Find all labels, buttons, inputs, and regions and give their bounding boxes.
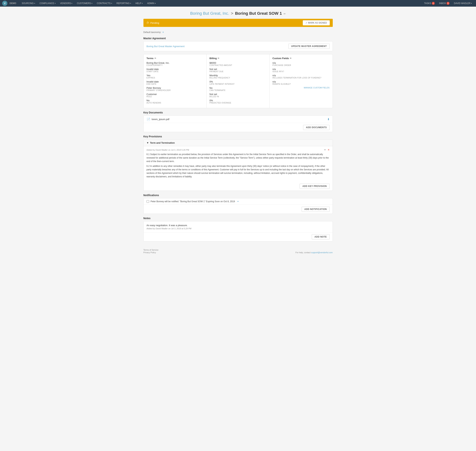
terms-edit-icon[interactable]: ✏ <box>155 57 156 59</box>
billing-panel: Billing ✏ $8000 CONTRACTED AMOUNT Not se… <box>207 54 269 108</box>
notes-footer: ADD NOTE <box>144 232 332 241</box>
notifications-footer: ADD NOTIFICATION <box>144 205 332 214</box>
tasks-badge: 4 <box>432 2 435 5</box>
terms-expires: Yes EXPIRES <box>147 74 203 79</box>
billing-late-payment: 0% LATE PAYMENT INTEREST <box>210 80 266 85</box>
inbox-badge: 0 <box>446 2 450 5</box>
billing-edit-icon[interactable]: ✏ <box>218 57 219 59</box>
nav-item-admin[interactable]: ADMIN ▾ <box>145 0 158 7</box>
notification-text: Peter Bonney will be notified: "Boring B… <box>151 200 235 203</box>
nav-item-reporting[interactable]: REPORTING ▾ <box>115 0 133 7</box>
privacy-policy-link[interactable]: Privacy Policy <box>144 251 158 254</box>
vendors-dropdown-arrow: ▾ <box>71 2 72 4</box>
key-documents-section-title: Key Documents <box>144 111 333 114</box>
provision-delete-button[interactable]: ✕ <box>328 148 330 151</box>
nav-item-compliance[interactable]: COMPLIANCE ▾ <box>38 0 57 7</box>
admin-dropdown-arrow: ▾ <box>155 2 156 4</box>
provision-meta: Added by David Wadler on Jul 3, 2019 5:2… <box>147 148 330 151</box>
add-note-button[interactable]: ADD NOTE <box>312 234 330 239</box>
notification-edit-icon[interactable]: ✏ <box>237 200 239 203</box>
terms-start-date: Invalid date START DATE <box>147 68 203 73</box>
terms-of-service-link[interactable]: Terms of Service <box>144 249 158 251</box>
parent-company-link[interactable]: Boring But Great, Inc. <box>190 11 229 16</box>
taxonomy-add-button[interactable]: + <box>162 31 164 34</box>
customers-dropdown-arrow: ▾ <box>92 2 93 4</box>
page-title-row: Boring But Great, Inc. > Boring But Grea… <box>144 11 333 16</box>
provision-term-termination-header[interactable]: ▼ Term and Termination <box>144 140 332 146</box>
mark-as-signed-button[interactable]: ✓ MARK AS SIGNED <box>303 20 330 25</box>
nav-right: TASKS 4 INBOX 0 DAVID WADLER ▾ <box>422 0 474 7</box>
billing-payment-due: Not set PAYMENT DUE <box>210 68 266 73</box>
inbox-button[interactable]: INBOX 0 <box>437 0 451 7</box>
add-notification-button[interactable]: ADD NOTIFICATION <box>302 207 330 212</box>
manage-custom-fields-link[interactable]: MANAGE CUSTOM FIELDS <box>273 87 330 89</box>
notification-checkbox[interactable] <box>147 200 149 203</box>
terms-billing-custom-panel: Terms ✏ Boring But Great, Inc. COUNTERPA… <box>144 54 333 108</box>
page-content: Boring But Great, Inc. > Boring But Grea… <box>140 7 336 265</box>
update-master-agreement-button[interactable]: UPDATE MASTER AGREEMENT <box>288 44 330 49</box>
master-agreement-section-title: Master Agreement <box>144 37 333 40</box>
help-dropdown-arrow: ▾ <box>142 2 143 4</box>
provision-paragraph-2: 6.2 In addition to any other remedies it… <box>147 164 330 179</box>
footer-links: Terms of Service Privacy Policy <box>144 249 158 254</box>
note-meta: Added by David Wadler on Jul 3, 2019 at … <box>147 227 330 230</box>
terms-primary-stakeholder: Peter Bonney PRIMARY STAKEHOLDER <box>147 87 203 91</box>
notes-box: An easy negotiation. It was a pleasure. … <box>144 221 333 241</box>
provision-edit-button[interactable]: ✏ <box>324 148 326 151</box>
notifications-section-title: Notifications <box>144 194 333 197</box>
provision-paragraph-1: 6.1 Subject to earlier termination as pr… <box>147 153 330 163</box>
nav-item-vendors[interactable]: VENDORS ▾ <box>58 0 74 7</box>
title-edit-icon[interactable]: ✏ <box>284 12 286 15</box>
provision-title: Term and Termination <box>150 141 175 144</box>
tasks-button[interactable]: TASKS 4 <box>422 0 436 7</box>
master-agreement-link[interactable]: Boring But Great Master Agreement <box>147 45 185 48</box>
document-icon: 📄 <box>147 118 150 121</box>
terms-panel: Terms ✏ Boring But Great, Inc. COUNTERPA… <box>144 54 207 108</box>
document-row: 📄 lorem_ipsum.pdf ⬇ <box>144 116 332 123</box>
add-documents-button[interactable]: ADD DOCUMENTS <box>303 125 329 130</box>
note-item: An easy negotiation. It was a pleasure. … <box>144 221 332 232</box>
demo-label: DEMO <box>10 2 16 5</box>
nav-item-sourcing[interactable]: SOURCING ▾ <box>20 0 37 7</box>
notification-item: Peter Bonney will be notified: "Boring B… <box>144 198 332 205</box>
download-icon[interactable]: ⬇ <box>327 118 330 121</box>
logo-icon: V <box>2 1 7 6</box>
cf-termination-funding: n/a INCLUDES TERMINATION FOR LOSS OF FUN… <box>273 74 330 79</box>
nav-item-help[interactable]: HELP ▾ <box>134 0 144 7</box>
notes-section-title: Notes <box>144 217 333 220</box>
sourcing-dropdown-arrow: ▾ <box>34 2 35 4</box>
provision-added-by: Added by David Wadler on Jul 3, 2019 5:2… <box>147 149 189 151</box>
billing-header: Billing ✏ <box>210 57 266 60</box>
contracts-dropdown-arrow: ▾ <box>111 2 112 4</box>
billing-contracted-amount: $8000 CONTRACTED AMOUNT <box>210 62 266 66</box>
user-menu[interactable]: DAVID WADLER ▾ <box>452 0 474 7</box>
cf-purchase-order: n/a PURCHASE ORDER <box>273 62 330 66</box>
clock-icon: ⏱ <box>146 21 149 24</box>
footer-help: For help, contact support@vendorful.com <box>295 251 333 254</box>
add-key-provision-button[interactable]: ADD KEY PROVISION <box>300 184 329 189</box>
custom-fields-header: Custom Fields ✏ <box>273 57 330 60</box>
page-title: Boring But Great SOW 1 <box>235 11 282 16</box>
documents-footer: ADD DOCUMENTS <box>144 123 332 132</box>
note-text: An easy negotiation. It was a pleasure. <box>147 224 330 227</box>
custom-fields-edit-icon[interactable]: ✏ <box>290 57 292 59</box>
terms-counterparty: Boring But Great, Inc. COUNTERPARTY <box>147 62 203 66</box>
terms-end-date: Invalid date END DATE <box>147 80 203 85</box>
nav-item-contracts[interactable]: CONTRACTS ▾ <box>95 0 114 7</box>
notifications-box: Peter Bonney will be notified: "Boring B… <box>144 198 333 214</box>
provision-collapse-icon: ▼ <box>147 141 149 144</box>
key-documents-box: 📄 lorem_ipsum.pdf ⬇ ADD DOCUMENTS <box>144 115 333 132</box>
breadcrumb-separator: > <box>231 11 233 16</box>
terms-role: Customer ROLE <box>147 93 203 98</box>
taxonomy-label: Default taxonomy: <box>144 31 161 33</box>
document-name: lorem_ipsum.pdf <box>152 118 169 121</box>
status-bar: ⏱ Pending ✓ MARK AS SIGNED <box>144 19 333 27</box>
top-navigation: V DEMO SOURCING ▾ COMPLIANCE ▾ VENDORS ▾… <box>0 0 476 7</box>
support-email-link[interactable]: support@vendorful.com <box>311 251 333 254</box>
billing-frequency: Monthly BILLING FREQUENCY <box>210 74 266 79</box>
taxonomy-row: Default taxonomy: + <box>144 31 333 34</box>
nav-item-customers[interactable]: CUSTOMERS ▾ <box>75 0 94 7</box>
cf-issue-rfx: n/a ISSUE RFX? <box>273 68 330 73</box>
billing-can-terminate: No CAN TERMINATE <box>210 87 266 91</box>
master-agreement-box: Boring But Great Master Agreement UPDATE… <box>144 41 333 51</box>
